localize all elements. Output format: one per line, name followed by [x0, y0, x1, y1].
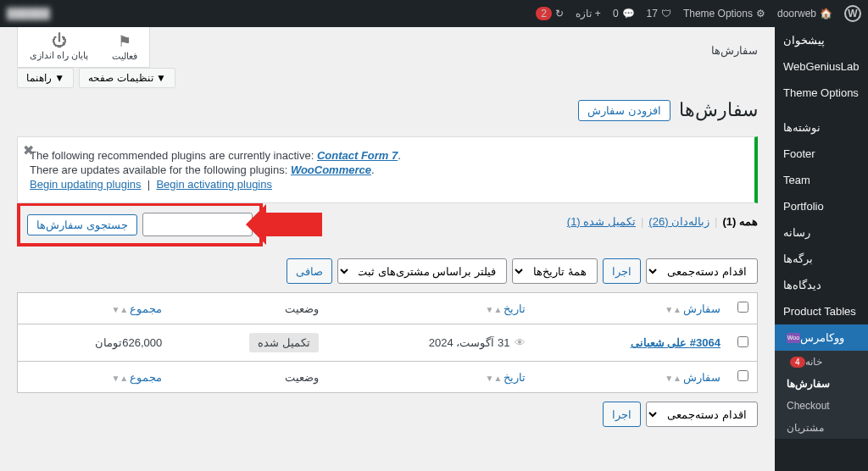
sidebar-product-tables[interactable]: Product Tables	[775, 298, 868, 324]
sidebar-media[interactable]: رسانه	[775, 219, 868, 246]
search-highlight: جستجوی سفارش‌ها	[17, 202, 263, 247]
sidebar-footer[interactable]: Footer	[775, 141, 868, 167]
onboarding-activity[interactable]: ⚑ فعالیت	[100, 27, 149, 67]
sort-icon: ▲▼	[486, 305, 503, 314]
add-order-button[interactable]: افزودن سفارش	[578, 100, 670, 121]
order-date: 31 آگوست، 2024	[429, 336, 510, 349]
updates-icon[interactable]: 2 ↻	[536, 7, 564, 20]
customer-filter-select[interactable]: فیلتر براساس مشتری‌های ثبت‌نام...	[337, 258, 507, 284]
order-link[interactable]: #3064 علی شعبانی	[631, 336, 721, 349]
flag-icon: ⚑	[112, 32, 137, 51]
search-orders-button[interactable]: جستجوی سفارش‌ها	[27, 214, 137, 236]
admin-sidebar: پیشخوان WebGeniusLab Theme Options نوشته…	[775, 27, 868, 471]
dismiss-notice-icon[interactable]: ✖	[23, 142, 34, 158]
table-row: #3064 علی شعبانی 👁31 آگوست، 2024 تکمیل ش…	[18, 324, 758, 362]
sidebar-portfolio[interactable]: Portfolio	[775, 193, 868, 219]
woocommerce-icon: Woo	[787, 333, 800, 343]
comments-link[interactable]: 0 💬	[613, 8, 635, 19]
main-content: ⏻ پایان راه اندازی ⚑ فعالیت سفارش‌ها راه…	[0, 27, 775, 471]
preview-icon[interactable]: 👁	[515, 336, 526, 349]
bulk-apply-button[interactable]: اجرا	[603, 258, 641, 284]
comments-pending[interactable]: 17 🛡	[647, 8, 671, 19]
orders-table: سفارش▲▼ تاریخ▲▼ وضعیت مجموع▲▼ #3064 علی …	[17, 292, 758, 393]
date-filter-select[interactable]: همهٔ تاریخ‌ها	[512, 258, 598, 284]
new-content[interactable]: تازه +	[576, 8, 601, 19]
bulk-action-select[interactable]: اقدام دسته‌جمعی	[646, 258, 758, 284]
site-blur: ██████	[7, 8, 50, 19]
sort-icon: ▲▼	[665, 374, 682, 383]
admin-bar: ██████ 2 ↻ تازه + 0 💬 17 🛡 Theme Options…	[0, 0, 868, 27]
sort-icon: ▲▼	[111, 374, 128, 383]
notice-contact7-link[interactable]: Contact Form 7	[317, 149, 398, 162]
col-date-foot[interactable]: تاریخ▲▼	[327, 362, 535, 393]
page-title: سفارش‌ها	[679, 99, 758, 121]
col-status-foot: وضعیت	[170, 362, 327, 393]
power-icon: ⏻	[30, 32, 88, 50]
plugin-notice: ✖ The following recommended plugins are …	[17, 136, 758, 203]
bulk-apply-button-bottom[interactable]: اجرا	[603, 402, 641, 427]
sidebar-team[interactable]: Team	[775, 167, 868, 193]
status-badge: تکمیل شده	[249, 333, 319, 352]
filter-button[interactable]: صافی	[287, 258, 332, 284]
view-completed[interactable]: تکمیل شده (1)	[567, 215, 636, 228]
sidebar-sub-home[interactable]: خانه 4	[775, 351, 868, 373]
row-checkbox[interactable]	[737, 336, 748, 347]
theme-options-link[interactable]: Theme Options ⚙	[683, 8, 765, 19]
col-date[interactable]: تاریخ▲▼	[327, 293, 535, 324]
sidebar-comments[interactable]: دیدگاه‌ها	[775, 272, 868, 298]
view-all[interactable]: همه (1)	[722, 215, 758, 228]
order-total: 626,000تومان	[18, 324, 171, 362]
select-all-checkbox[interactable]	[737, 302, 748, 313]
home-badge: 4	[790, 357, 805, 368]
site-link[interactable]: doorweb 🏠	[777, 8, 832, 19]
sidebar-sub-orders[interactable]: سفارش‌ها	[775, 373, 868, 395]
onboarding-finish[interactable]: ⏻ پایان راه اندازی	[18, 27, 100, 67]
search-orders-input[interactable]	[142, 213, 253, 236]
bulk-action-select-bottom[interactable]: اقدام دسته‌جمعی	[646, 402, 758, 427]
sidebar-theme-options[interactable]: Theme Options	[775, 80, 868, 106]
select-all-checkbox-foot[interactable]	[737, 370, 748, 381]
col-order[interactable]: سفارش▲▼	[534, 293, 729, 324]
begin-updating-link[interactable]: Begin updating plugins	[30, 178, 142, 191]
col-total[interactable]: مجموع▲▼	[18, 293, 171, 324]
sidebar-pages[interactable]: برگه‌ها	[775, 246, 868, 272]
sidebar-sub-checkout[interactable]: Checkout	[775, 395, 868, 417]
notice-woocommerce-link[interactable]: WooCommerce	[291, 163, 371, 176]
annotation-arrow-icon	[263, 213, 322, 236]
view-trash[interactable]: زباله‌دان (26)	[648, 215, 709, 228]
begin-activating-link[interactable]: Begin activating plugins	[156, 178, 272, 191]
sort-icon: ▲▼	[111, 305, 128, 314]
sort-icon: ▲▼	[665, 305, 682, 314]
screen-options-tab[interactable]: تنظیمات صفحه ▼	[79, 68, 175, 88]
sidebar-posts[interactable]: نوشته‌ها	[775, 114, 868, 141]
help-tab[interactable]: راهنما ▼	[17, 68, 74, 88]
col-total-foot[interactable]: مجموع▲▼	[18, 362, 171, 393]
col-status: وضعیت	[170, 293, 327, 324]
sidebar-woocommerce[interactable]: ووکامرس Woo	[775, 324, 868, 351]
sidebar-webgenius[interactable]: WebGeniusLab	[775, 53, 868, 80]
col-order-foot[interactable]: سفارش▲▼	[534, 362, 729, 393]
sidebar-sub-customers[interactable]: مشتریان	[775, 417, 868, 439]
sort-icon: ▲▼	[486, 374, 503, 383]
sidebar-dashboard[interactable]: پیشخوان	[775, 27, 868, 53]
wordpress-logo-icon[interactable]: W	[844, 5, 861, 22]
